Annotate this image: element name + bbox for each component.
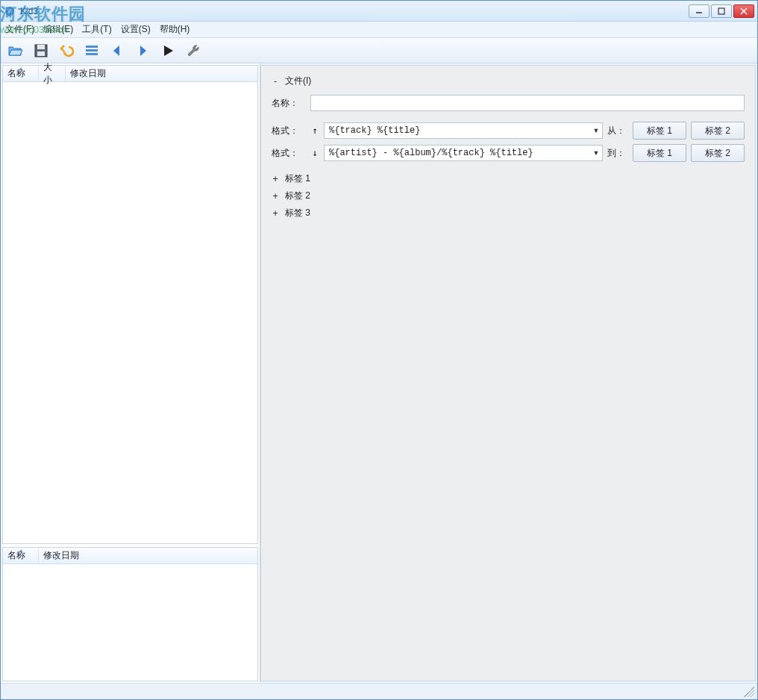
play-icon (160, 43, 176, 59)
dir-col-modified[interactable]: 修改日期 (39, 548, 257, 563)
svg-rect-3 (718, 8, 724, 14)
to-label: 到： (607, 147, 628, 160)
menubar: 文件(F) 编辑(E) 工具(T) 设置(S) 帮助(H) (1, 22, 757, 38)
format-from-row: 格式： ↑ %{track} %{title} ▼ 从： 标签 1 标签 2 (272, 122, 745, 140)
collapse-icon: - (272, 76, 279, 87)
col-size[interactable]: 大小 (39, 66, 66, 81)
left-pane: ▴ 名称 大小 修改日期 ▴ 名称 (1, 63, 260, 683)
window-title: Kid3 (20, 6, 38, 16)
format-to-row: 格式： ↓ %{artist} - %{album}/%{track} %{ti… (272, 144, 745, 162)
svg-rect-11 (86, 53, 98, 55)
from-label: 从： (607, 125, 628, 137)
dir-col-name[interactable]: ▴ 名称 (3, 548, 39, 563)
sort-indicator-icon: ▴ (19, 547, 22, 554)
col-name[interactable]: ▴ 名称 (3, 66, 39, 81)
prev-button[interactable] (107, 40, 128, 61)
format-from-combo[interactable]: %{track} %{title} ▼ (324, 122, 603, 139)
save-button[interactable] (31, 40, 51, 61)
col-modified-label: 修改日期 (70, 67, 106, 80)
configure-button[interactable] (183, 40, 204, 61)
format-to-value: %{artist} - %{album}/%{track} %{title} (325, 148, 590, 158)
dir-col-name-label: 名称 (7, 549, 25, 562)
menu-file[interactable]: 文件(F) (5, 23, 34, 36)
col-modified[interactable]: 修改日期 (66, 66, 257, 81)
sort-indicator-icon: ▴ (19, 65, 22, 72)
arrow-up-icon: ↑ (310, 125, 319, 136)
window-controls (687, 4, 754, 18)
file-list-body[interactable] (3, 82, 257, 543)
save-icon (33, 43, 49, 59)
dir-col-modified-label: 修改日期 (43, 549, 79, 562)
svg-rect-10 (86, 49, 98, 51)
name-label: 名称： (272, 97, 306, 110)
svg-rect-9 (86, 46, 98, 48)
name-input[interactable] (310, 95, 745, 111)
svg-rect-8 (37, 51, 45, 56)
right-pane: - 文件(I) 名称： 格式： ↑ %{track} %{title} ▼ 从：… (260, 65, 756, 681)
open-button[interactable] (5, 40, 26, 61)
format-label-1: 格式： (272, 125, 306, 137)
tag2-label: 标签 2 (285, 190, 310, 202)
close-icon (740, 7, 748, 15)
menu-settings[interactable]: 设置(S) (121, 23, 151, 36)
toolbar (1, 38, 757, 63)
dir-list-body[interactable] (3, 564, 257, 681)
next-button[interactable] (132, 40, 153, 61)
tag1-label: 标签 1 (285, 172, 310, 185)
expand-icon: + (272, 208, 279, 219)
dir-list: ▴ 名称 修改日期 (2, 547, 258, 681)
expand-icon: + (272, 174, 279, 184)
undo-icon (58, 43, 75, 59)
menu-tools[interactable]: 工具(T) (82, 23, 111, 36)
chevron-down-icon: ▼ (590, 149, 602, 157)
tag3-section-header[interactable]: + 标签 3 (272, 207, 745, 219)
main-window: Kid3 文件(F) 编辑(E) 工具(T) 设置(S) 帮助(H) (0, 0, 758, 700)
resize-grip[interactable] (744, 687, 754, 697)
tag2-section-header[interactable]: + 标签 2 (272, 190, 745, 202)
format-label-2: 格式： (272, 147, 306, 160)
from-tag1-button[interactable]: 标签 1 (633, 122, 686, 140)
content-area: ▴ 名称 大小 修改日期 ▴ 名称 (1, 63, 757, 683)
chevron-down-icon: ▼ (590, 127, 602, 134)
app-icon (4, 5, 16, 17)
from-tag2-button[interactable]: 标签 2 (691, 122, 745, 140)
statusbar (1, 683, 757, 699)
file-section-header[interactable]: - 文件(I) (272, 75, 745, 87)
folder-open-icon (7, 43, 24, 59)
col-size-label: 大小 (43, 61, 60, 87)
tag3-label: 标签 3 (285, 207, 310, 219)
titlebar: Kid3 (1, 1, 757, 22)
list-icon (84, 43, 100, 59)
file-section-label: 文件(I) (285, 75, 311, 87)
select-all-button[interactable] (81, 40, 102, 61)
maximize-icon (718, 7, 725, 15)
minimize-icon (695, 7, 703, 15)
file-list-header: ▴ 名称 大小 修改日期 (3, 66, 257, 82)
arrow-left-icon (109, 43, 125, 59)
tag-sections: + 标签 1 + 标签 2 + 标签 3 (272, 172, 745, 219)
svg-point-1 (8, 10, 11, 13)
format-from-value: %{track} %{title} (325, 125, 590, 136)
to-tag2-button[interactable]: 标签 2 (691, 144, 745, 162)
close-button[interactable] (733, 4, 754, 18)
arrow-right-icon (134, 43, 151, 59)
maximize-button[interactable] (711, 4, 732, 18)
to-tag1-button[interactable]: 标签 1 (633, 144, 686, 162)
format-to-combo[interactable]: %{artist} - %{album}/%{track} %{title} ▼ (324, 145, 603, 161)
file-list: ▴ 名称 大小 修改日期 (2, 65, 258, 544)
dir-list-header: ▴ 名称 修改日期 (3, 548, 257, 564)
name-row: 名称： (272, 95, 745, 111)
minimize-button[interactable] (689, 4, 710, 18)
col-name-label: 名称 (7, 67, 25, 80)
wrench-icon (185, 43, 201, 59)
tag1-section-header[interactable]: + 标签 1 (272, 172, 745, 185)
menu-edit[interactable]: 编辑(E) (43, 23, 73, 36)
revert-button[interactable] (56, 40, 77, 61)
expand-icon: + (272, 191, 279, 201)
menu-help[interactable]: 帮助(H) (160, 23, 190, 36)
svg-rect-7 (37, 45, 45, 49)
play-button[interactable] (157, 40, 178, 61)
arrow-down-icon: ↓ (310, 148, 319, 158)
